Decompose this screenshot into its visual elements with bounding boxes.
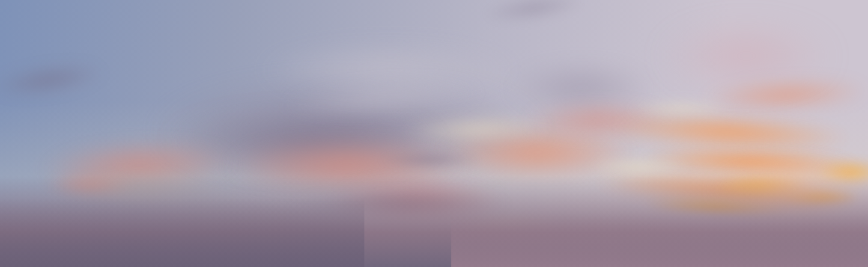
sunset-sky-photo <box>0 0 868 267</box>
horizon-haze-right <box>451 214 868 267</box>
horizon-haze-left <box>0 198 364 267</box>
